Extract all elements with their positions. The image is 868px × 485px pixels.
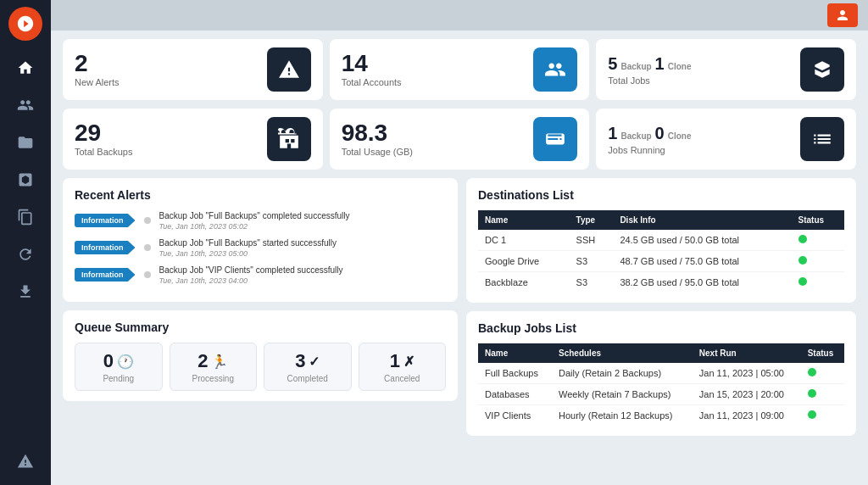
dest-name-2: Backblaze [478, 272, 570, 293]
stat-total-usage: 98.3 Total Usage (GB) [330, 109, 590, 170]
job-name-0: Full Backups [478, 363, 552, 384]
usage-icon [533, 117, 577, 161]
dest-name-1: Google Drive [478, 251, 570, 272]
alert-dot-1 [144, 217, 151, 224]
sidebar-item-copy[interactable] [7, 200, 44, 234]
sidebar [0, 0, 51, 485]
job-next-0: Jan 11, 2023 | 05:00 [693, 363, 801, 384]
queue-completed-label: Completed [273, 374, 342, 383]
jobs-col-name: Name [478, 343, 552, 363]
running-label: Jobs Running [608, 145, 800, 155]
stats-row-2: 29 Total Backups 98.3 Total Usage (GB) [63, 109, 856, 170]
queue-canceled-label: Canceled [368, 374, 437, 383]
alert-item-2: Information Backup Job "Full Backups" st… [75, 237, 446, 258]
dest-name-0: DC 1 [478, 230, 570, 251]
job-status-0 [801, 363, 844, 384]
running-icon [800, 117, 844, 161]
stat-jobs-text: 5 Backup 1 Clone Total Jobs [608, 54, 800, 86]
sidebar-item-cubes[interactable] [7, 163, 44, 197]
jobs-numbers: 5 Backup 1 Clone [608, 54, 800, 74]
jobs-col-schedule: Schedules [552, 343, 693, 363]
stat-total-backups: 29 Total Backups [63, 109, 323, 170]
sidebar-item-download[interactable] [7, 275, 44, 309]
queue-processing-label: Processing [179, 374, 248, 383]
queue-canceled-number: 1 ✗ [368, 350, 437, 372]
dest-type-1: S3 [570, 251, 614, 272]
stat-jobs-running: 1 Backup 0 Clone Jobs Running [596, 109, 856, 170]
dest-status-0 [792, 230, 844, 251]
alert-dot-3 [144, 271, 151, 278]
stat-total-jobs: 5 Backup 1 Clone Total Jobs [596, 39, 856, 100]
sidebar-logo[interactable] [8, 7, 42, 41]
alert-content-2: Backup Job "Full Backups" started succes… [159, 237, 337, 258]
jobs-backup-number: 5 [608, 54, 617, 74]
dest-col-status: Status [792, 210, 844, 230]
stat-backups-text: 29 Total Backups [75, 121, 267, 157]
main-area: 2 New Alerts 14 Total Accounts [51, 0, 868, 485]
sidebar-item-users[interactable] [7, 88, 44, 122]
sidebar-item-folder[interactable] [7, 125, 44, 159]
running-numbers: 1 Backup 0 Clone [608, 124, 800, 143]
queue-title: Queue Summary [75, 321, 446, 334]
usage-label: Total Usage (GB) [342, 147, 534, 157]
queue-canceled: 1 ✗ Canceled [359, 343, 447, 391]
status-green-dot [798, 235, 807, 243]
table-row: Backblaze S3 38.2 GB used / 95.0 GB tota… [478, 272, 844, 293]
dest-status-1 [792, 251, 844, 272]
usage-number: 98.3 [342, 121, 534, 145]
table-row: Full Backups Daily (Retain 2 Backups) Ja… [478, 363, 844, 384]
job-schedule-2: Hourly (Retain 12 Backups) [552, 405, 693, 426]
user-button[interactable] [827, 3, 858, 27]
alert-time-1: Tue, Jan 10th, 2023 05:02 [159, 222, 350, 231]
dest-col-type: Type [570, 210, 614, 230]
queue-pending-number: 0 🕐 [84, 350, 153, 372]
job-next-1: Jan 15, 2023 | 20:00 [693, 384, 801, 405]
destinations-card: Destinations List Name Type Disk Info St… [466, 178, 856, 303]
backup-jobs-table: Name Schedules Next Run Status Full Back… [478, 343, 844, 426]
job-schedule-0: Daily (Retain 2 Backups) [552, 363, 693, 384]
alert-text-2: Backup Job "Full Backups" started succes… [159, 237, 337, 249]
destinations-header: Name Type Disk Info Status [478, 210, 844, 230]
jobs-col-status: Status [801, 343, 844, 363]
table-row: DC 1 SSH 24.5 GB used / 50.0 GB total [478, 230, 844, 251]
alert-text-1: Backup Job "Full Backups" completed succ… [159, 210, 350, 222]
recent-alerts-card: Recent Alerts Information Backup Job "Fu… [63, 178, 458, 302]
status-green-dot [808, 389, 816, 398]
running-icon: 🏃 [211, 354, 228, 370]
queue-processing-number: 2 🏃 [179, 350, 248, 372]
jobs-clone-label: Clone [668, 62, 692, 71]
job-status-1 [801, 384, 844, 405]
alert-item-1: Information Backup Job "Full Backups" co… [75, 210, 446, 231]
backups-icon [267, 117, 311, 161]
clock-icon: 🕐 [117, 354, 134, 370]
alerts-number: 2 [75, 52, 267, 75]
running-backup-label: Backup [620, 131, 651, 141]
lower-section: Recent Alerts Information Backup Job "Fu… [63, 178, 856, 477]
alert-dot-2 [144, 244, 151, 251]
dest-disk-0: 24.5 GB used / 50.0 GB total [613, 230, 791, 251]
queue-completed-number: 3 ✓ [273, 350, 342, 372]
alerts-label: New Alerts [75, 77, 267, 87]
accounts-label: Total Accounts [342, 77, 534, 87]
status-green-dot [808, 410, 816, 419]
dest-disk-2: 38.2 GB used / 95.0 GB total [613, 272, 791, 293]
sidebar-item-refresh[interactable] [7, 237, 44, 271]
stat-running-text: 1 Backup 0 Clone Jobs Running [608, 124, 800, 155]
alert-text-3: Backup Job "VIP Clients" completed succe… [159, 265, 343, 276]
sidebar-item-alert[interactable] [7, 444, 44, 478]
backups-label: Total Backups [75, 147, 267, 157]
running-clone-number: 0 [655, 124, 665, 143]
table-row: Databases Weekly (Retain 7 Backups) Jan … [478, 384, 844, 405]
queue-pending: 0 🕐 Pending [75, 343, 163, 391]
x-icon: ✗ [403, 354, 415, 370]
jobs-clone-number: 1 [655, 54, 665, 74]
table-row: VIP Clients Hourly (Retain 12 Backups) J… [478, 405, 844, 426]
jobs-label: Total Jobs [608, 75, 800, 86]
alert-badge-1: Information [75, 214, 136, 227]
sidebar-item-home[interactable] [7, 51, 44, 85]
jobs-icon [800, 47, 844, 92]
backup-jobs-title: Backup Jobs List [478, 321, 844, 335]
jobs-backup-label: Backup [620, 62, 651, 71]
running-backup-number: 1 [608, 124, 617, 143]
status-green-dot [798, 256, 807, 265]
